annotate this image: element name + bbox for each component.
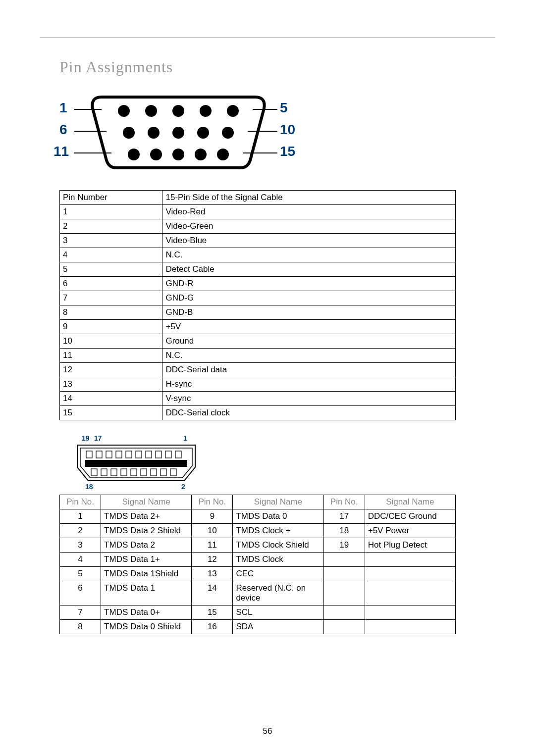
hdmi-name-cell: TMDS Data 2+ [101, 509, 192, 524]
svg-rect-26 [91, 469, 97, 476]
vga-pin-cell: 10 [60, 334, 162, 349]
svg-rect-29 [121, 469, 127, 476]
hdmi-table-header-pin: Pin No. [323, 495, 365, 509]
hdmi-pin-label-19: 19 [82, 434, 90, 442]
hdmi-table-header-name: Signal Name [365, 495, 455, 509]
hdmi-pin-cell: 8 [60, 620, 101, 634]
hdmi-pin-cell: 6 [60, 581, 101, 605]
hdmi-pin-cell [323, 581, 365, 605]
vga-pin-cell: 3 [60, 234, 162, 248]
vga-signal-cell: DDC-Serial data [162, 363, 456, 377]
vga-pin-cell: 11 [60, 349, 162, 363]
hdmi-pin-label-1: 1 [183, 434, 187, 442]
hdmi-name-cell: TMDS Data 0+ [101, 605, 192, 620]
svg-point-9 [222, 127, 234, 139]
hdmi-pin-cell: 9 [192, 509, 233, 524]
hdmi-name-cell: TMDS Clock Shield [233, 538, 323, 553]
vga-pin-cell: 1 [60, 205, 162, 219]
hdmi-name-cell: TMDS Data 2 Shield [101, 524, 192, 538]
table-row: 6GND-R [60, 277, 456, 291]
hdmi-pin-label-18: 18 [85, 483, 93, 491]
vga-pin-cell: 6 [60, 277, 162, 291]
vga-pin-cell: 9 [60, 320, 162, 334]
hdmi-pin-cell: 2 [60, 524, 101, 538]
table-row: 2TMDS Data 2 Shield10TMDS Clock +18+5V P… [60, 524, 456, 538]
hdmi-name-cell: TMDS Clock + [233, 524, 323, 538]
hdmi-name-cell: +5V Power [365, 524, 455, 538]
hdmi-name-cell: TMDS Data 0 Shield [101, 620, 192, 634]
hdmi-pin-cell: 13 [192, 567, 233, 581]
table-row: 9+5V [60, 320, 456, 334]
table-row: 3Video-Blue [60, 234, 456, 248]
svg-point-7 [172, 127, 184, 139]
table-row: 3TMDS Data 211TMDS Clock Shield19Hot Plu… [60, 538, 456, 553]
vga-signal-cell: N.C. [162, 349, 456, 363]
hdmi-name-cell: SCL [233, 605, 323, 620]
table-row: 4TMDS Data 1+12TMDS Clock [60, 553, 456, 567]
svg-rect-20 [136, 451, 142, 458]
hdmi-pin-cell: 18 [323, 524, 365, 538]
page-title: Pin Assignments [59, 58, 495, 76]
vga-signal-cell: V-sync [162, 392, 456, 406]
hdmi-name-cell: TMDS Data 1Shield [101, 567, 192, 581]
table-row: 8GND-B [60, 305, 456, 320]
hdmi-name-cell: TMDS Data 0 [233, 509, 323, 524]
vga-signal-cell: DDC-Serial clock [162, 406, 456, 420]
hdmi-pin-cell: 7 [60, 605, 101, 620]
vga-table-header-pin: Pin Number [60, 191, 162, 205]
svg-rect-17 [106, 451, 112, 458]
hdmi-pin-cell: 19 [323, 538, 365, 553]
hdmi-pin-table: Pin No.Signal NamePin No.Signal NamePin … [59, 495, 456, 634]
svg-rect-22 [156, 451, 161, 458]
vga-pin-label-6: 6 [59, 122, 67, 138]
vga-signal-cell: N.C. [162, 248, 456, 262]
svg-point-0 [118, 105, 130, 117]
svg-rect-18 [116, 451, 122, 458]
table-row: 8TMDS Data 0 Shield16SDA [60, 620, 456, 634]
hdmi-pin-cell: 14 [192, 581, 233, 605]
table-row: 13H-sync [60, 377, 456, 392]
vga-pin-label-5: 5 [280, 100, 288, 116]
hdmi-table-header-name: Signal Name [101, 495, 192, 509]
vga-signal-cell: Detect Cable [162, 262, 456, 277]
table-row: 4N.C. [60, 248, 456, 262]
vga-pin-cell: 14 [60, 392, 162, 406]
hdmi-pin-cell: 12 [192, 553, 233, 567]
vga-connector-icon [87, 91, 270, 170]
table-row: 15DDC-Serial clock [60, 406, 456, 420]
vga-signal-cell: GND-G [162, 291, 456, 305]
vga-pin-cell: 4 [60, 248, 162, 262]
svg-rect-25 [85, 460, 187, 467]
hdmi-pin-cell [323, 620, 365, 634]
svg-point-12 [172, 149, 184, 160]
svg-rect-21 [146, 451, 152, 458]
svg-rect-31 [141, 469, 147, 476]
hdmi-name-cell: DDC/CEC Ground [365, 509, 455, 524]
table-row: 12DDC-Serial data [60, 363, 456, 377]
svg-rect-34 [170, 469, 176, 476]
vga-pin-cell: 15 [60, 406, 162, 420]
hdmi-name-cell [365, 553, 455, 567]
vga-signal-cell: GND-R [162, 277, 456, 291]
vga-pin-label-1: 1 [59, 100, 67, 116]
svg-point-2 [172, 105, 184, 117]
svg-point-8 [197, 127, 209, 139]
vga-pin-cell: 2 [60, 219, 162, 234]
svg-point-10 [128, 149, 140, 160]
table-row: 10Ground [60, 334, 456, 349]
vga-pin-label-15: 15 [280, 144, 295, 159]
svg-rect-19 [126, 451, 132, 458]
hdmi-name-cell [365, 605, 455, 620]
svg-point-1 [145, 105, 157, 117]
svg-point-3 [200, 105, 212, 117]
hdmi-pin-cell [323, 567, 365, 581]
hdmi-name-cell: TMDS Clock [233, 553, 323, 567]
hdmi-pin-cell [323, 605, 365, 620]
vga-pin-cell: 8 [60, 305, 162, 320]
hdmi-pin-cell: 17 [323, 509, 365, 524]
vga-pin-cell: 7 [60, 291, 162, 305]
svg-point-13 [195, 149, 207, 160]
svg-rect-33 [160, 469, 166, 476]
hdmi-pin-cell: 5 [60, 567, 101, 581]
hdmi-pin-label-17: 17 [94, 434, 102, 442]
